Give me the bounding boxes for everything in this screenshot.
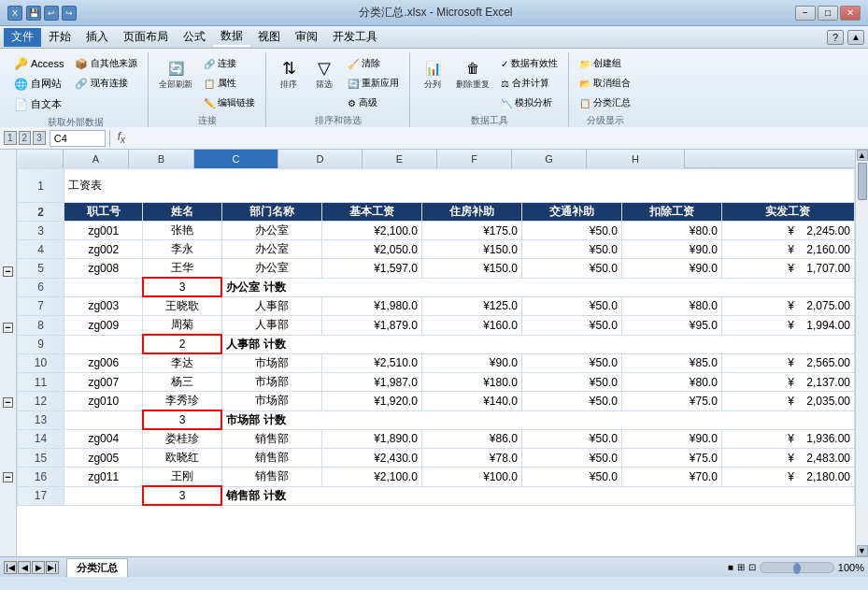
- subtotal-button[interactable]: 📋 分类汇总: [575, 94, 635, 112]
- header-col-a: 职工号: [64, 203, 143, 222]
- prop-icon: 📋: [204, 79, 215, 89]
- sheet-last-btn[interactable]: ▶|: [46, 561, 59, 574]
- row-num-header: [17, 150, 64, 168]
- col-header-a[interactable]: A: [64, 150, 129, 168]
- outline-level-1[interactable]: 1: [4, 131, 17, 145]
- formula-input[interactable]: [133, 130, 864, 147]
- scroll-up-btn[interactable]: ▲: [857, 150, 868, 161]
- col-header-g[interactable]: G: [512, 150, 587, 168]
- close-button[interactable]: ✕: [840, 6, 861, 21]
- consolidate-button[interactable]: ⚖ 合并计算: [496, 74, 562, 93]
- advanced-button[interactable]: ⚙ 高级: [343, 94, 404, 112]
- menu-view[interactable]: 视图: [250, 28, 288, 47]
- menu-developer[interactable]: 开发工具: [325, 28, 385, 47]
- outline-panel: − − − −: [0, 150, 17, 556]
- vertical-scrollbar[interactable]: ▲ ▼: [855, 150, 868, 556]
- minus-btn-3[interactable]: −: [0, 393, 16, 411]
- text-button[interactable]: 📄 自文本: [9, 94, 68, 114]
- text-icon: 📄: [14, 98, 28, 111]
- col-header-f[interactable]: F: [437, 150, 512, 168]
- remove-duplicates-button[interactable]: 🗑 删除重复: [451, 54, 494, 93]
- spreadsheet-main: A B C D E F G H 1 工资表 2 职工: [17, 150, 855, 556]
- sheet-tab-1[interactable]: 分类汇总: [66, 558, 128, 577]
- filter-icon: ▽: [313, 57, 335, 79]
- menu-insert[interactable]: 插入: [78, 28, 116, 47]
- ribbon-collapse-button[interactable]: ▲: [847, 30, 864, 45]
- normal-view-btn[interactable]: ■: [728, 562, 733, 572]
- undo-icon[interactable]: ↩: [44, 6, 59, 21]
- col-header-b[interactable]: B: [129, 150, 194, 168]
- scroll-down-btn[interactable]: ▼: [857, 545, 868, 556]
- minimize-button[interactable]: −: [795, 6, 816, 21]
- redo-icon[interactable]: ↪: [62, 6, 77, 21]
- row-num-3: 3: [18, 222, 64, 240]
- fx-label: fx: [114, 130, 129, 145]
- col-header-e[interactable]: E: [363, 150, 437, 168]
- page-break-btn[interactable]: ⊡: [748, 562, 756, 572]
- properties-button[interactable]: 📋 属性: [199, 74, 260, 93]
- sheet-next-btn[interactable]: ▶: [32, 561, 45, 574]
- outline-level-2[interactable]: 2: [19, 131, 32, 145]
- page-layout-btn[interactable]: ⊞: [737, 562, 745, 572]
- refresh-all-button[interactable]: 🔄 全部刷新: [154, 54, 197, 93]
- reapply-button[interactable]: 🔄 重新应用: [343, 74, 404, 93]
- connections-label: 现有连接: [91, 77, 128, 90]
- menu-file[interactable]: 文件: [4, 28, 41, 47]
- sheet-first-btn[interactable]: |◀: [4, 561, 17, 574]
- menu-review[interactable]: 审阅: [288, 28, 325, 47]
- title-bar: X 💾 ↩ ↪ 分类汇总.xlsx - Microsoft Excel − □ …: [0, 0, 868, 26]
- zoom-slider[interactable]: [760, 562, 834, 573]
- col-header-d[interactable]: D: [278, 150, 363, 168]
- clear-button[interactable]: 🧹 清除: [343, 54, 404, 73]
- sheet-prev-btn[interactable]: ◀: [18, 561, 31, 574]
- menu-page-layout[interactable]: 页面布局: [116, 28, 176, 47]
- outline-level-3[interactable]: 3: [33, 131, 46, 145]
- row-num-11: 11: [18, 373, 64, 392]
- sort-filter-buttons: ⇅ 排序 ▽ 筛选 🧹 清除 🔄 重新应用: [272, 54, 404, 112]
- sort-button[interactable]: ⇅ 排序: [272, 54, 306, 93]
- restore-button[interactable]: □: [818, 6, 838, 21]
- create-group-button[interactable]: 📁 创建组: [575, 54, 635, 73]
- row-num-7: 7: [18, 296, 64, 316]
- title-cell: 工资表: [64, 169, 855, 203]
- advanced-icon: ⚙: [348, 98, 356, 108]
- scroll-thumb[interactable]: [858, 163, 867, 200]
- save-icon[interactable]: 💾: [26, 6, 41, 21]
- edit-links-button[interactable]: ✏️ 编辑链接: [199, 94, 260, 112]
- refresh-label: 全部刷新: [159, 79, 192, 90]
- what-if-icon: 📉: [501, 98, 512, 108]
- window-title: 分类汇总.xlsx - Microsoft Excel: [77, 5, 795, 21]
- split-column-button[interactable]: 📊 分列: [416, 54, 449, 93]
- scroll-track[interactable]: [858, 161, 867, 545]
- connections-group-label: 连接: [198, 114, 217, 127]
- header-col-h: 实发工资: [721, 203, 854, 222]
- ribbon-content: 🔑 Access 🌐 自网站 📄 自文本: [4, 52, 864, 127]
- other-sources-button[interactable]: 📦 自其他来源: [70, 54, 142, 73]
- access-button[interactable]: 🔑 Access: [9, 54, 68, 73]
- col-header-c[interactable]: C: [194, 150, 278, 168]
- menu-home[interactable]: 开始: [41, 28, 78, 47]
- name-box[interactable]: C4: [50, 130, 106, 147]
- ungroup-button[interactable]: 📂 取消组合: [575, 74, 635, 93]
- what-if-button[interactable]: 📉 模拟分析: [496, 94, 562, 112]
- help-button[interactable]: ?: [827, 30, 844, 45]
- web-button[interactable]: 🌐 自网站: [9, 74, 68, 94]
- spreadsheet-container: − − − − A B C D E F G H: [0, 150, 868, 556]
- filter-button[interactable]: ▽ 筛选: [307, 54, 341, 93]
- minus-btn-1[interactable]: −: [0, 262, 16, 281]
- existing-connections-button[interactable]: 🔗 现有连接: [70, 74, 142, 93]
- connections-btn[interactable]: 🔗 连接: [199, 54, 260, 73]
- minus-btn-4[interactable]: −: [0, 468, 16, 486]
- sort-icon: ⇅: [277, 57, 300, 79]
- row-num-5: 5: [18, 259, 64, 279]
- col-header-h[interactable]: H: [587, 150, 685, 168]
- menu-formula[interactable]: 公式: [176, 28, 213, 47]
- data-validation-button[interactable]: ✓ 数据有效性: [496, 54, 562, 73]
- table-row: 4 zg002 李永 办公室 ¥2,050.0 ¥150.0 ¥50.0 ¥90…: [18, 240, 855, 259]
- ribbon-group-sort-filter: ⇅ 排序 ▽ 筛选 🧹 清除 🔄 重新应用: [266, 52, 410, 127]
- minus-btn-2[interactable]: −: [0, 318, 16, 337]
- table-scroll[interactable]: 1 工资表 2 职工号 姓名 部门名称 基本工资 住房补助 交通补助 扣除工资 …: [17, 168, 855, 556]
- menu-data[interactable]: 数据: [213, 28, 250, 47]
- row-num-8: 8: [18, 316, 64, 336]
- header-col-c: 部门名称: [221, 203, 321, 222]
